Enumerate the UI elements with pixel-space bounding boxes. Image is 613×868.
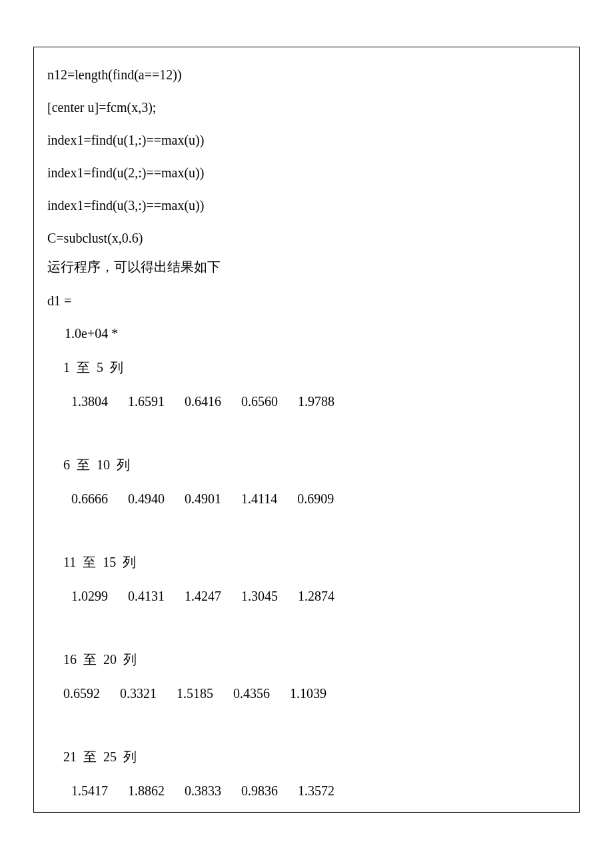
- output-header: 1 至 5 列: [47, 359, 566, 377]
- output-line: d1 =: [47, 293, 566, 309]
- output-values: 0.6666 0.4940 0.4901 1.4114 0.6909: [47, 491, 566, 507]
- output-header: 21 至 25 列: [47, 748, 566, 766]
- code-line: n12=length(find(a==12)): [47, 67, 566, 83]
- output-line: 1.0e+04 *: [47, 326, 566, 341]
- output-header: 11 至 15 列: [47, 553, 566, 571]
- code-line: [center u]=fcm(x,3);: [47, 100, 566, 115]
- code-line: C=subclust(x,0.6): [47, 231, 566, 246]
- output-values: 1.5417 1.8862 0.3833 0.9836 1.3572: [47, 783, 566, 799]
- output-values: 1.0299 0.4131 1.4247 1.3045 1.2874: [47, 589, 566, 604]
- output-values: 0.6592 0.3321 1.5185 0.4356 1.1039: [47, 686, 566, 701]
- document-frame: n12=length(find(a==12)) [center u]=fcm(x…: [33, 47, 580, 813]
- output-header: 6 至 10 列: [47, 456, 566, 474]
- code-line: index1=find(u(1,:)==max(u)): [47, 133, 566, 148]
- text-line: 运行程序，可以得出结果如下: [47, 258, 566, 276]
- code-line: index1=find(u(3,:)==max(u)): [47, 198, 566, 213]
- output-header: 16 至 20 列: [47, 651, 566, 669]
- code-line: index1=find(u(2,:)==max(u)): [47, 165, 566, 181]
- output-values: 1.3804 1.6591 0.6416 0.6560 1.9788: [47, 394, 566, 409]
